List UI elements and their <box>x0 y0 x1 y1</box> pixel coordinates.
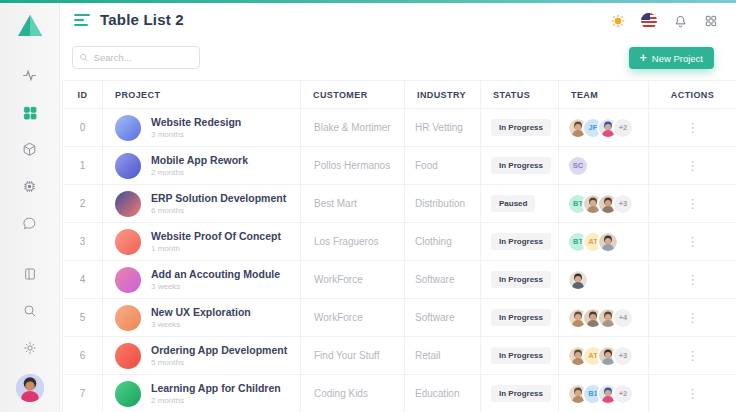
project-duration: 2 months <box>151 396 281 405</box>
sidebar-item-packages[interactable] <box>12 131 48 168</box>
row-actions-menu-icon[interactable]: ⋮ <box>680 271 705 288</box>
team-avatar-group: AT+3 <box>567 345 634 367</box>
team-member-more[interactable]: +2 <box>612 383 634 405</box>
project-cell: Add an Accouting Module3 weeks <box>103 261 301 299</box>
header-icons <box>609 12 720 30</box>
sidebar-item-settings[interactable] <box>12 329 48 366</box>
project-cell: Mobile App Rework2 months <box>103 147 301 185</box>
sidebar-item-system[interactable] <box>12 168 48 205</box>
customer-cell: Pollos Hermanos <box>301 147 405 185</box>
industry-cell: Food <box>405 147 481 185</box>
row-actions-menu-icon[interactable]: ⋮ <box>680 157 705 174</box>
table-row: 6Ordering App Development5 monthsFind Yo… <box>63 337 736 375</box>
row-actions-menu-icon[interactable]: ⋮ <box>680 119 705 136</box>
row-actions-menu-icon[interactable]: ⋮ <box>680 309 705 326</box>
theme-toggle[interactable] <box>609 12 627 30</box>
gear-icon <box>22 340 38 356</box>
table-body: 0Website Redesign3 monthsBlake & Mortime… <box>63 109 736 412</box>
project-avatar <box>115 191 141 217</box>
new-project-label: New Project <box>652 53 703 64</box>
row-actions-menu-icon[interactable]: ⋮ <box>680 233 705 250</box>
team-member-photo[interactable] <box>597 231 619 253</box>
status-cell: In Progress <box>481 223 559 261</box>
team-cell: BTAT <box>559 223 649 261</box>
team-cell <box>559 261 649 299</box>
status-badge: In Progress <box>491 385 551 402</box>
bell-icon <box>673 14 688 29</box>
team-member-more[interactable]: +4 <box>612 307 634 329</box>
industry-cell: HR Vetting <box>405 109 481 147</box>
project-avatar <box>115 343 141 369</box>
project-info: Add an Accouting Module3 weeks <box>151 268 280 291</box>
table-row: 2ERP Solution Development6 monthsBest Ma… <box>63 185 736 223</box>
row-actions-menu-icon[interactable]: ⋮ <box>680 347 705 364</box>
column-header-id: ID <box>63 81 103 109</box>
industry-cell: Education <box>405 375 481 412</box>
team-cell: B1+2 <box>559 375 649 412</box>
team-cell: AT+3 <box>559 337 649 375</box>
project-avatar <box>115 305 141 331</box>
actions-cell: ⋮ <box>649 375 736 412</box>
status-cell: In Progress <box>481 147 559 185</box>
team-avatar-group <box>567 269 589 291</box>
row-id: 4 <box>63 261 103 299</box>
customer-cell: Find Your Stuff <box>301 337 405 375</box>
team-cell: +4 <box>559 299 649 337</box>
actions-cell: ⋮ <box>649 109 736 147</box>
status-cell: Paused <box>481 185 559 223</box>
sidebar-item-search[interactable] <box>12 292 48 329</box>
new-project-button[interactable]: + New Project <box>629 47 714 69</box>
language-selector[interactable] <box>640 12 658 30</box>
project-info: ERP Solution Development6 months <box>151 192 286 215</box>
project-info: Website Proof Of Concept1 month <box>151 230 281 253</box>
team-avatar-group: B1+2 <box>567 383 634 405</box>
row-id: 5 <box>63 299 103 337</box>
industry-cell: Retail <box>405 337 481 375</box>
team-member-more[interactable]: +3 <box>612 345 634 367</box>
row-actions-menu-icon[interactable]: ⋮ <box>680 195 705 212</box>
sidebar-item-chat[interactable] <box>12 205 48 242</box>
sidebar-nav <box>0 57 59 242</box>
sidebar-item-docs[interactable] <box>12 255 48 292</box>
cpu-icon <box>21 178 38 195</box>
project-info: New UX Exploration3 weeks <box>151 306 251 329</box>
notifications-button[interactable] <box>671 12 689 30</box>
customer-cell: WorkForce <box>301 299 405 337</box>
search-icon <box>22 303 38 319</box>
column-header-industry: INDUSTRY <box>405 81 481 109</box>
project-name: ERP Solution Development <box>151 192 286 204</box>
status-badge: Paused <box>491 195 535 212</box>
team-avatar-group: +4 <box>567 307 634 329</box>
search-input[interactable] <box>94 52 193 63</box>
team-member-more[interactable]: +3 <box>612 193 634 215</box>
customer-cell: Blake & Mortimer <box>301 109 405 147</box>
project-name: Learning App for Children <box>151 382 281 394</box>
industry-cell: Software <box>405 299 481 337</box>
status-cell: In Progress <box>481 337 559 375</box>
apps-menu-button[interactable] <box>702 12 720 30</box>
project-cell: Website Redesign3 months <box>103 109 301 147</box>
menu-toggle-icon[interactable] <box>74 14 91 29</box>
row-actions-menu-icon[interactable]: ⋮ <box>680 385 705 402</box>
us-flag-icon <box>641 13 657 29</box>
row-id: 6 <box>63 337 103 375</box>
team-member-more[interactable]: +2 <box>612 117 634 139</box>
project-duration: 5 months <box>151 358 287 367</box>
user-avatar-image <box>16 374 44 402</box>
team-member-initials[interactable]: SC <box>567 155 589 177</box>
project-cell: Learning App for Children2 months <box>103 375 301 412</box>
customer-cell: Coding Kids <box>301 375 405 412</box>
row-id: 2 <box>63 185 103 223</box>
project-avatar <box>115 267 141 293</box>
cube-icon <box>21 141 38 158</box>
user-avatar[interactable] <box>16 374 44 402</box>
table-row: 0Website Redesign3 monthsBlake & Mortime… <box>63 109 736 147</box>
row-id: 0 <box>63 109 103 147</box>
row-id: 7 <box>63 375 103 412</box>
sidebar-item-activity[interactable] <box>12 57 48 94</box>
sidebar-item-dashboard[interactable] <box>12 94 48 131</box>
actions-cell: ⋮ <box>649 299 736 337</box>
project-cell: Ordering App Development5 months <box>103 337 301 375</box>
team-member-photo[interactable] <box>567 269 589 291</box>
app-logo[interactable] <box>16 11 44 39</box>
